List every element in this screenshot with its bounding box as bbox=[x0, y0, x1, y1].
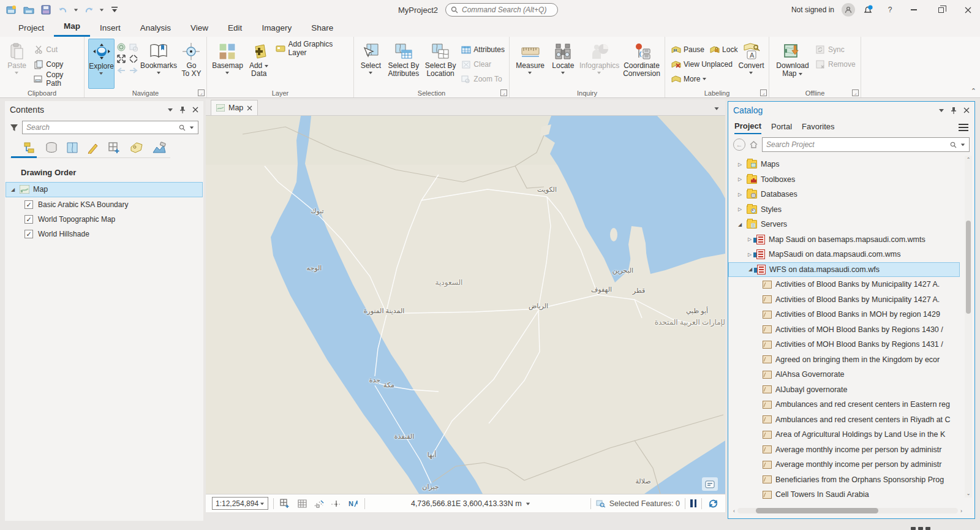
redo-icon[interactable] bbox=[82, 4, 96, 16]
layer-tree-map-item[interactable]: ◢ Map bbox=[6, 182, 203, 197]
selected-features-status[interactable]: Selected Features: 0 bbox=[596, 499, 680, 508]
layer-row-basic-arabic-ksa-boundary[interactable]: ✓ Basic Arabic KSA Boundary bbox=[5, 197, 203, 212]
catalog-tab-project[interactable]: Project bbox=[734, 121, 761, 134]
close-panel-icon[interactable] bbox=[192, 107, 198, 113]
pause-labeling-button[interactable]: Pause bbox=[669, 44, 706, 56]
filter-icon[interactable] bbox=[10, 124, 18, 132]
back-icon[interactable]: ← bbox=[733, 138, 745, 151]
locate-button[interactable]: Locate bbox=[548, 39, 578, 89]
wfs-feature-item[interactable]: Ambulances and red cresent centers in Ea… bbox=[728, 397, 974, 412]
wfs-feature-item[interactable]: Activities of Blood Banks by Municipalit… bbox=[728, 292, 974, 308]
sync-button[interactable]: Sync bbox=[813, 44, 858, 56]
zoom-to-selection-button[interactable]: Zoom To bbox=[459, 73, 507, 85]
basemap-button[interactable]: Basemap bbox=[211, 39, 244, 89]
copy-path-button[interactable]: Copy Path bbox=[31, 73, 81, 85]
catalog-item-wfs-server[interactable]: ◢ WFS on data.mapsaudi.com.wfs bbox=[728, 262, 960, 278]
catalog-menu-chevron-icon[interactable] bbox=[939, 108, 944, 112]
selection-launcher-icon[interactable]: ⌟ bbox=[500, 89, 507, 96]
select-by-location-button[interactable]: Select ByLocation bbox=[423, 39, 458, 89]
tab-list-chevron-icon[interactable] bbox=[714, 107, 718, 110]
clear-selection-button[interactable]: Clear bbox=[459, 58, 507, 70]
more-labeling-button[interactable]: More bbox=[669, 73, 735, 85]
fixed-zoom-in-icon[interactable] bbox=[116, 42, 126, 52]
catalog-item-wmts-server[interactable]: ▷ Map Saudi on basemaps.mapsaudi.com.wmt… bbox=[728, 232, 974, 248]
catalog-item-styles[interactable]: ▷ Styles bbox=[728, 202, 974, 218]
attributes-button[interactable]: Attributes bbox=[459, 44, 507, 56]
pause-drawing-icon[interactable] bbox=[690, 499, 696, 507]
wfs-feature-item[interactable]: Area of Agricultural Holdings by Land Us… bbox=[728, 427, 974, 442]
coords-dropdown-icon[interactable] bbox=[526, 502, 529, 505]
measure-button[interactable]: Measure bbox=[513, 39, 547, 89]
sign-in-status[interactable]: Not signed in bbox=[791, 6, 834, 14]
list-by-labeling-icon[interactable] bbox=[130, 142, 143, 154]
list-by-charts-icon[interactable] bbox=[152, 142, 167, 154]
expander-collapsed-icon[interactable]: ▷ bbox=[747, 237, 753, 242]
select-by-attributes-button[interactable]: Select ByAttributes bbox=[385, 39, 422, 89]
tab-view[interactable]: View bbox=[181, 20, 218, 37]
catalog-horizontal-scrollbar[interactable]: ‹ › bbox=[733, 507, 962, 515]
layer-checkbox[interactable]: ✓ bbox=[24, 230, 33, 238]
close-tab-icon[interactable] bbox=[247, 105, 252, 111]
wfs-feature-item[interactable]: Ambulances and red cresent centers in Ri… bbox=[728, 412, 974, 428]
offline-launcher-icon[interactable]: ⌟ bbox=[852, 89, 859, 96]
close-panel-icon[interactable] bbox=[963, 107, 970, 113]
catalog-tab-portal[interactable]: Portal bbox=[771, 122, 792, 134]
undo-icon[interactable] bbox=[56, 4, 70, 16]
fixed-zoom-out-icon[interactable] bbox=[128, 53, 138, 64]
save-project-icon[interactable] bbox=[39, 4, 53, 16]
layout-grid-icon[interactable] bbox=[279, 498, 291, 509]
navigate-launcher-icon[interactable]: ⌟ bbox=[198, 89, 205, 96]
layer-row-world-hillshade[interactable]: ✓ World Hillshade bbox=[5, 227, 203, 241]
tab-project[interactable]: Project bbox=[9, 20, 54, 37]
explore-button[interactable]: Explore bbox=[88, 39, 115, 89]
coordinates-readout[interactable]: 4,736,566.81E 3,600,413.33N m bbox=[411, 499, 522, 508]
list-by-selection-icon[interactable] bbox=[66, 142, 78, 154]
dynamic-constraints-icon[interactable] bbox=[330, 498, 342, 509]
paste-button[interactable]: Paste bbox=[4, 39, 30, 89]
map-view-tab[interactable]: Map bbox=[211, 100, 258, 115]
minimize-button[interactable] bbox=[902, 0, 926, 20]
catalog-item-toolboxes[interactable]: ▷ Toolboxes bbox=[728, 172, 974, 187]
add-data-button[interactable]: Add Data bbox=[246, 39, 273, 89]
help-icon[interactable]: ? bbox=[881, 0, 899, 20]
view-unplaced-button[interactable]: View Unplaced bbox=[669, 58, 735, 70]
undo-dropdown-icon[interactable] bbox=[74, 9, 78, 12]
remove-offline-button[interactable]: Remove bbox=[813, 58, 858, 70]
bookmarks-button[interactable]: Bookmarks bbox=[140, 39, 178, 89]
customize-toolbar-icon[interactable] bbox=[108, 4, 121, 16]
scrollbar-thumb[interactable] bbox=[756, 508, 878, 513]
go-to-xy-button[interactable]: GoTo XY bbox=[179, 39, 204, 89]
list-by-snapping-icon[interactable] bbox=[108, 142, 121, 154]
collapse-ribbon-icon[interactable]: ⌃ bbox=[971, 87, 976, 95]
catalog-item-maps[interactable]: ▷ Maps bbox=[728, 157, 974, 172]
list-by-drawing-order-icon[interactable] bbox=[23, 142, 37, 154]
search-options-chevron-icon[interactable] bbox=[190, 126, 194, 129]
convert-labels-button[interactable]: A Convert bbox=[736, 39, 766, 89]
command-search-input[interactable]: Command Search (Alt+Q) bbox=[445, 3, 558, 17]
wfs-feature-item[interactable]: Activities of MOH Blood Banks by Regions… bbox=[728, 337, 974, 352]
layer-checkbox[interactable]: ✓ bbox=[24, 215, 33, 224]
coordinate-conversion-button[interactable]: CoordinateConversion bbox=[621, 39, 662, 89]
select-button[interactable]: Select bbox=[358, 39, 384, 89]
new-project-icon[interactable] bbox=[5, 4, 18, 16]
search-options-chevron-icon[interactable] bbox=[961, 143, 965, 146]
list-by-editing-icon[interactable] bbox=[87, 142, 99, 154]
layer-row-world-topographic-map[interactable]: ✓ World Topographic Map bbox=[5, 212, 203, 227]
expander-collapsed-icon[interactable]: ▷ bbox=[737, 206, 743, 212]
catalog-item-databases[interactable]: ▷ Databases bbox=[728, 187, 974, 202]
expander-expanded-icon[interactable]: ◢ bbox=[747, 267, 753, 272]
scroll-up-icon[interactable]: ⌃ bbox=[965, 157, 972, 162]
close-button[interactable] bbox=[956, 0, 980, 20]
scrollbar-thumb[interactable] bbox=[966, 221, 971, 314]
catalog-item-servers[interactable]: ◢ Servers bbox=[728, 217, 974, 232]
catalog-search-input[interactable]: Search Project bbox=[762, 137, 970, 152]
redo-dropdown-icon[interactable] bbox=[100, 9, 104, 12]
map-notification-icon[interactable] bbox=[702, 477, 718, 491]
contents-search-input[interactable]: Search bbox=[22, 121, 198, 134]
map-canvas[interactable]: الكويت تبوك الوجه السعودية المدينة المنو… bbox=[206, 116, 725, 494]
full-extent-icon[interactable] bbox=[116, 53, 126, 64]
tab-analysis[interactable]: Analysis bbox=[130, 20, 181, 37]
expander-collapsed-icon[interactable]: ▷ bbox=[737, 176, 743, 182]
lock-labels-button[interactable]: Lock bbox=[707, 44, 739, 56]
refresh-icon[interactable] bbox=[707, 498, 719, 509]
